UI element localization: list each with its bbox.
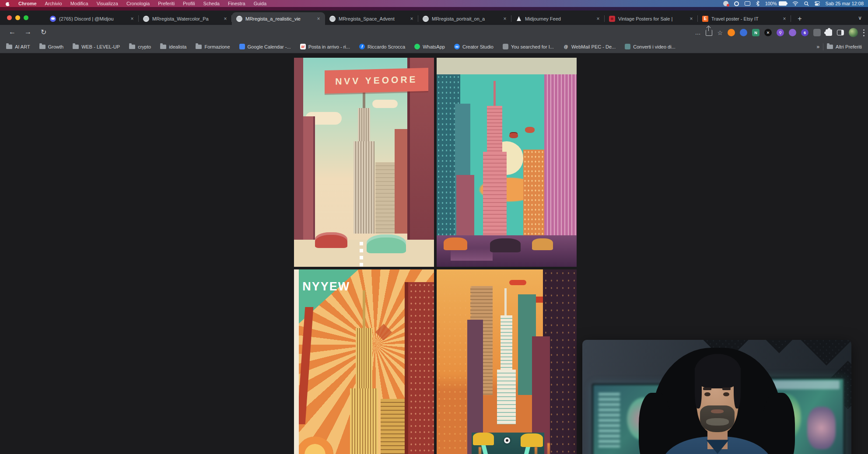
tab-portrait[interactable]: MRregista_portrait_on_a ×	[418, 12, 511, 25]
purple-six-extension-icon[interactable]: 6	[801, 29, 808, 36]
green-n-extension-icon[interactable]: N	[752, 29, 760, 36]
bookmark-converti-video[interactable]: Converti i video di...	[625, 44, 676, 49]
bookmark-altri-preferiti[interactable]: Altri Preferiti	[827, 44, 862, 49]
poster-corner-text: NYYEW	[302, 280, 350, 293]
tab-strip: (2765) Discord | @Midjou × MRregista_Wat…	[0, 10, 868, 25]
header-band	[437, 58, 577, 74]
bookmarks-overflow-chevron[interactable]: »	[816, 44, 819, 50]
reload-button[interactable]: ↻	[41, 28, 46, 36]
tab-close-icon[interactable]: ×	[129, 16, 135, 22]
bookmark-folder-growth[interactable]: Growth	[39, 44, 63, 49]
menubar-item-preferiti[interactable]: Preferiti	[158, 1, 175, 6]
record-app-icon[interactable]	[734, 1, 739, 6]
esb-spire	[504, 288, 507, 318]
tab-search-chevron-icon[interactable]: ∨	[858, 15, 862, 21]
poster-title-banner: NVV YEOORE	[325, 68, 428, 94]
key-extension-icon[interactable]: ⚲	[777, 29, 784, 36]
metamask-extension-icon[interactable]	[728, 29, 735, 36]
menubar-item-archivio[interactable]: Archivio	[45, 1, 62, 6]
forward-button[interactable]: →	[24, 28, 32, 36]
tabs-container: (2765) Discord | @Midjou × MRregista_Wat…	[46, 12, 806, 25]
tab-midjourney-feed[interactable]: Midjourney Feed ×	[511, 12, 605, 25]
menubar-item-guida[interactable]: Guida	[254, 1, 266, 6]
discord-favicon	[50, 16, 56, 22]
yellow-taxi-left	[473, 433, 494, 445]
meta-icon: ∞	[454, 44, 460, 49]
folder-icon	[160, 45, 166, 49]
menubar-item-cronologia[interactable]: Cronologia	[126, 1, 150, 6]
chrome-menu-icon[interactable]	[863, 29, 864, 36]
converter-icon	[625, 44, 630, 49]
app-status-icon-red-badge[interactable]	[723, 1, 728, 6]
midjourney-favicon	[516, 16, 522, 22]
tab-close-icon[interactable]: ×	[688, 16, 694, 22]
pink-grid-building	[544, 74, 577, 246]
menubar-item-scheda[interactable]: Scheda	[203, 1, 220, 6]
purple-extension-icon[interactable]	[789, 29, 796, 36]
wifi-icon[interactable]	[792, 1, 798, 6]
bookmark-folder-idealista[interactable]: idealista	[160, 44, 186, 49]
page-content-image-viewer: NVV YEOORE	[0, 53, 868, 454]
side-panel-icon[interactable]	[837, 30, 844, 35]
tab-close-icon[interactable]: ×	[315, 16, 322, 22]
bookmark-facebook[interactable]: fRiccardo Scrocca	[359, 44, 405, 49]
gold-building	[381, 399, 404, 454]
bookmark-gmail[interactable]: MPosta in arrivo - ri...	[300, 44, 350, 49]
chair-wing-right	[763, 393, 795, 454]
minimize-window-button[interactable]	[15, 15, 20, 20]
extensions-puzzle-icon[interactable]	[826, 29, 832, 36]
new-tab-button[interactable]: +	[794, 13, 806, 25]
tab-etsy[interactable]: E Travel poster - Etsy IT ×	[698, 12, 791, 25]
teal-sky-corner	[294, 269, 358, 328]
profile-avatar[interactable]	[849, 28, 858, 37]
grid-extension-icon[interactable]	[813, 29, 821, 36]
tab-realistic-view-active[interactable]: MRregista_a_realistic_vie ×	[232, 12, 325, 25]
bluetooth-icon[interactable]	[756, 1, 760, 6]
back-button[interactable]: ←	[9, 28, 16, 36]
control-center-icon[interactable]	[815, 1, 820, 6]
tab-close-icon[interactable]: ×	[502, 16, 508, 22]
share-icon[interactable]	[706, 30, 712, 36]
close-window-button[interactable]	[7, 15, 12, 20]
tab-discord[interactable]: (2765) Discord | @Midjou ×	[46, 12, 139, 25]
battery-icon	[779, 1, 787, 6]
poster-border-left	[294, 269, 299, 454]
bookmark-creator-studio[interactable]: ∞Creator Studio	[454, 44, 494, 49]
tab-close-icon[interactable]: ×	[595, 16, 601, 22]
poster-bottom-left[interactable]: NYYEW	[294, 269, 434, 454]
menubar-item-profili[interactable]: Profili	[183, 1, 195, 6]
poster-top-right[interactable]	[437, 58, 577, 267]
spotlight-icon[interactable]	[804, 1, 809, 6]
bookmark-folder-formazione[interactable]: Formazione	[196, 44, 230, 49]
tab-vintage-posters[interactable]: Vintage Posters for Sale | ×	[605, 12, 698, 25]
url-overflow-icon[interactable]: …	[695, 29, 701, 36]
zoom-window-button[interactable]	[24, 15, 28, 20]
bookmark-google-calendar[interactable]: Google Calendar -...	[239, 44, 291, 49]
blue-extension-icon[interactable]	[740, 29, 747, 36]
tab-close-icon[interactable]: ×	[781, 16, 788, 22]
menubar-item-visualizza[interactable]: Visualizza	[97, 1, 118, 6]
display-icon[interactable]	[745, 1, 750, 6]
maroon-building	[456, 175, 475, 242]
bookmark-star-icon[interactable]: ☆	[717, 29, 723, 36]
bookmark-folder-ai-art[interactable]: AI ART	[6, 44, 30, 49]
facebook-icon: f	[359, 44, 365, 49]
bookmark-folder-crypto[interactable]: crypto	[129, 44, 151, 49]
bookmark-webmail-pec[interactable]: @WebMail PEC - De...	[563, 44, 616, 49]
battery-indicator[interactable]: 100%	[765, 1, 787, 6]
apple-menu-icon[interactable]	[5, 1, 10, 6]
tab-close-icon[interactable]: ×	[409, 16, 415, 22]
menubar-clock[interactable]: Sab 25 mar 12:08	[826, 1, 864, 6]
tab-watercolor[interactable]: MRregista_Watercolor_Pa ×	[139, 12, 232, 25]
tab-close-icon[interactable]: ×	[222, 16, 228, 22]
bookmark-you-searched[interactable]: You searched for I...	[503, 44, 554, 49]
poster-bottom-right[interactable]	[437, 269, 577, 454]
bookmark-whatsapp[interactable]: WhatsApp	[414, 44, 445, 49]
black-x-extension-icon[interactable]: ✕	[764, 29, 772, 36]
tab-space-adventure[interactable]: MRregista_Space_Advent ×	[325, 12, 418, 25]
menubar-item-modifica[interactable]: Modifica	[70, 1, 88, 6]
menubar-app-name[interactable]: Chrome	[18, 1, 37, 6]
menubar-item-finestra[interactable]: Finestra	[228, 1, 245, 6]
poster-top-left[interactable]: NVV YEOORE	[294, 58, 434, 267]
bookmark-folder-web-level-up[interactable]: WEB - LEVEL-UP	[73, 44, 120, 49]
